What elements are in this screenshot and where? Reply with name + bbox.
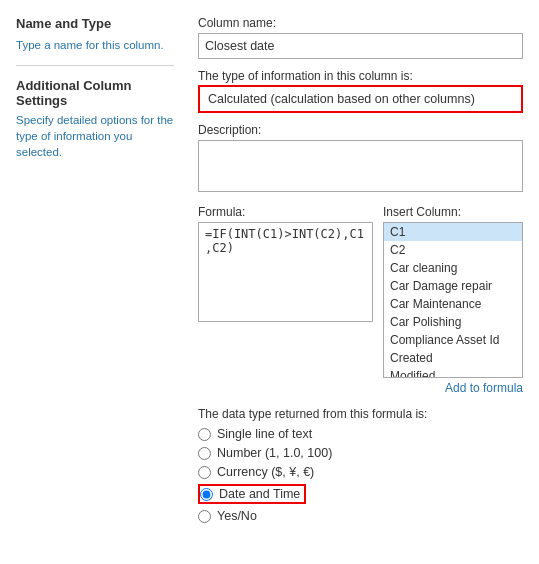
main-layout: Name and Type Type a name for this colum…: [0, 16, 539, 528]
radio-currency[interactable]: [198, 466, 211, 479]
radio-text[interactable]: [198, 428, 211, 441]
column-name-input[interactable]: [198, 33, 523, 59]
listbox-item[interactable]: Car Damage repair: [384, 277, 522, 295]
radio-option-text: Single line of text: [198, 427, 523, 441]
radio-option-currency: Currency ($, ¥, €): [198, 465, 523, 479]
add-to-formula-link[interactable]: Add to formula: [383, 381, 523, 395]
listbox-item[interactable]: Car Maintenance: [384, 295, 522, 313]
column-name-label: Column name:: [198, 16, 523, 30]
date-time-radio-box: Date and Time: [198, 484, 306, 504]
radio-options-container: Single line of textNumber (1, 1.0, 100)C…: [198, 427, 523, 523]
radio-datetime[interactable]: [200, 488, 213, 501]
listbox-item[interactable]: C2: [384, 241, 522, 259]
data-type-section: The data type returned from this formula…: [198, 407, 523, 523]
right-panel: Column name: The type of information in …: [190, 16, 539, 528]
insert-column-listbox[interactable]: C1C2Car cleaningCar Damage repairCar Mai…: [383, 222, 523, 378]
description-label: Description:: [198, 123, 523, 137]
divider-1: [16, 65, 174, 66]
radio-option-yesno: Yes/No: [198, 509, 523, 523]
radio-option-datetime: Date and Time: [198, 484, 523, 504]
name-and-type-desc: Type a name for this column.: [16, 37, 174, 53]
listbox-item[interactable]: Car cleaning: [384, 259, 522, 277]
radio-number[interactable]: [198, 447, 211, 460]
formula-insert-row: Formula: =IF(INT(C1)>INT(C2),C1,C2) Inse…: [198, 205, 523, 395]
radio-option-number: Number (1, 1.0, 100): [198, 446, 523, 460]
radio-number-label: Number (1, 1.0, 100): [217, 446, 332, 460]
radio-yesno-label: Yes/No: [217, 509, 257, 523]
listbox-item[interactable]: Created: [384, 349, 522, 367]
formula-label: Formula:: [198, 205, 373, 219]
additional-settings-desc: Specify detailed options for the type of…: [16, 112, 174, 160]
radio-currency-label: Currency ($, ¥, €): [217, 465, 314, 479]
insert-column-label: Insert Column:: [383, 205, 523, 219]
radio-yesno[interactable]: [198, 510, 211, 523]
data-type-label: The data type returned from this formula…: [198, 407, 523, 421]
listbox-item[interactable]: Modified: [384, 367, 522, 378]
name-and-type-title: Name and Type: [16, 16, 174, 31]
formula-textarea[interactable]: =IF(INT(C1)>INT(C2),C1,C2): [198, 222, 373, 322]
radio-text-label: Single line of text: [217, 427, 312, 441]
additional-settings-title: Additional Column Settings: [16, 78, 174, 108]
listbox-item[interactable]: Car Polishing: [384, 313, 522, 331]
insert-col: Insert Column: C1C2Car cleaningCar Damag…: [383, 205, 523, 395]
left-panel: Name and Type Type a name for this colum…: [0, 16, 190, 528]
formula-col: Formula: =IF(INT(C1)>INT(C2),C1,C2): [198, 205, 373, 395]
type-value-box: Calculated (calculation based on other c…: [198, 85, 523, 113]
type-info-label: The type of information in this column i…: [198, 69, 523, 83]
listbox-item[interactable]: C1: [384, 223, 522, 241]
radio-datetime-label: Date and Time: [219, 487, 300, 501]
description-textarea[interactable]: [198, 140, 523, 192]
listbox-item[interactable]: Compliance Asset Id: [384, 331, 522, 349]
